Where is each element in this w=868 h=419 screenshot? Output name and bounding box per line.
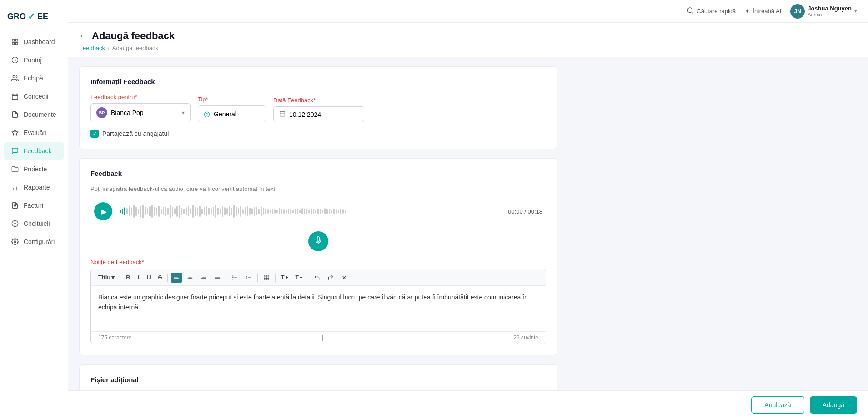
audio-player: ▶ 00:00 / 00:18 <box>90 199 546 224</box>
search-action[interactable]: Căutare rapidă <box>687 7 736 15</box>
sidebar-item-label: Rapoarte <box>24 184 50 191</box>
toolbar-superscript[interactable]: T+ <box>278 273 291 283</box>
toolbar-underline[interactable]: U <box>144 272 153 283</box>
date-value: 10.12.2024 <box>289 111 321 118</box>
sidebar-item-label: Dashboard <box>24 38 55 45</box>
ai-action[interactable]: ✦ Întreabă AI <box>745 8 781 15</box>
user-menu[interactable]: JN Joshua Nguyen Admin ▾ <box>790 4 857 19</box>
toolbar-bold[interactable]: B <box>123 272 133 283</box>
svg-point-48 <box>233 277 233 278</box>
toolbar-separator-2 <box>167 274 168 282</box>
sidebar-item-rapoarte[interactable]: Rapoarte <box>4 179 64 196</box>
avatar: JN <box>790 4 805 19</box>
editor-toolbar: Titlu ▾ B I U S <box>91 269 546 286</box>
share-checkbox[interactable]: ✓ <box>90 130 99 138</box>
sidebar-item-label: Echipă <box>24 75 43 82</box>
audio-time: 00:00 / 00:18 <box>508 208 542 215</box>
svg-rect-0 <box>12 39 15 41</box>
svg-rect-22 <box>280 111 285 116</box>
sidebar-item-configurari[interactable]: Configurări <box>4 233 64 250</box>
breadcrumb-current: Adaugă feedback <box>112 45 158 51</box>
page-title: Adaugă feedback <box>92 30 175 42</box>
toolbar-numbered-list[interactable] <box>243 273 255 283</box>
top-header: Căutare rapidă ✦ Întreabă AI JN Joshua N… <box>68 0 868 23</box>
section-feedback: Feedback Poți înregistra feedback-ul ca … <box>79 158 557 355</box>
mic-container <box>90 231 546 251</box>
toolbar-align-right[interactable] <box>198 273 210 283</box>
svg-point-20 <box>687 8 692 13</box>
sidebar-item-proiecte[interactable]: Proiecte <box>4 160 64 178</box>
toolbar-separator-1 <box>120 274 120 282</box>
share-checkbox-row: ✓ Partajează cu angajatul <box>90 130 546 138</box>
facturi-icon <box>11 201 19 210</box>
sidebar-item-concedii[interactable]: Concedii <box>4 88 64 105</box>
sidebar-item-echipa[interactable]: Echipă <box>4 70 64 87</box>
toolbar-justify[interactable] <box>211 273 223 283</box>
breadcrumb: Feedback / Adaugă feedback <box>79 45 857 51</box>
sidebar-item-label: Proiecte <box>24 165 47 173</box>
field-feedback-for: Feedback pentru* BP Bianca Pop ▾ <box>90 94 191 122</box>
word-count: 29 cuvinte <box>513 334 538 341</box>
select-tip[interactable]: ◎ General <box>198 105 266 122</box>
configurari-icon <box>11 238 19 246</box>
mic-button[interactable] <box>308 231 328 251</box>
svg-rect-2 <box>15 42 18 45</box>
toolbar-subscript[interactable]: T+ <box>292 273 305 283</box>
svg-point-19 <box>14 241 16 243</box>
employee-avatar: BP <box>96 107 107 118</box>
audio-waveform[interactable] <box>118 202 502 220</box>
toolbar-align-center[interactable] <box>184 273 196 283</box>
sidebar-item-evaluari[interactable]: Evaluări <box>4 124 64 141</box>
submit-button[interactable]: Adaugă <box>810 396 857 414</box>
sidebar-item-pontaj[interactable]: Pontaj <box>4 51 64 69</box>
date-picker[interactable]: 10.12.2024 <box>273 106 364 122</box>
toolbar-redo[interactable] <box>325 273 336 283</box>
toolbar-bullet-list[interactable] <box>229 273 241 283</box>
toolbar-separator-4 <box>257 274 258 282</box>
char-count: 175 caractere <box>98 334 131 341</box>
toolbar-table[interactable] <box>261 273 272 283</box>
dashboard-icon <box>11 38 19 46</box>
toolbar-strikethrough[interactable]: S <box>156 272 165 283</box>
svg-line-21 <box>692 12 693 13</box>
sidebar-item-dashboard[interactable]: Dashboard <box>4 33 64 50</box>
play-button[interactable]: ▶ <box>94 202 112 220</box>
sidebar-item-feedback[interactable]: Feedback <box>4 142 64 160</box>
cancel-button[interactable]: Anulează <box>751 396 804 414</box>
ai-label: Întreabă AI <box>753 8 781 15</box>
chevron-icon: ▾ <box>182 110 185 116</box>
breadcrumb-parent[interactable]: Feedback <box>79 45 105 51</box>
action-bar: Anulează Adaugă <box>68 390 868 419</box>
back-button[interactable]: ← <box>79 31 87 41</box>
user-info: Joshua Nguyen Admin <box>808 5 852 17</box>
page-header: ← Adaugă feedback Feedback / Adaugă feed… <box>68 23 868 57</box>
svg-point-49 <box>233 279 233 279</box>
sidebar-item-cheltuieli[interactable]: Cheltuieli <box>4 215 64 232</box>
toolbar-italic[interactable]: I <box>135 272 142 283</box>
form-content: Informații Feedback Feedback pentru* BP … <box>68 57 568 419</box>
form-row-fields: Feedback pentru* BP Bianca Pop ▾ Tip* <box>90 94 546 122</box>
svg-rect-1 <box>15 39 18 41</box>
toolbar-clear-format[interactable] <box>338 273 350 283</box>
editor-footer: 175 caractere | 29 cuvinte <box>91 331 546 344</box>
select-employee[interactable]: BP Bianca Pop ▾ <box>90 103 191 122</box>
logo-text-2: EE <box>37 12 48 21</box>
toolbar-align-left[interactable] <box>171 273 182 283</box>
sidebar-item-documente[interactable]: Documente <box>4 106 64 123</box>
section-title-info: Informații Feedback <box>90 78 546 85</box>
chevron-down-icon: ▾ <box>854 8 857 14</box>
toolbar-separator-5 <box>275 274 276 282</box>
section-title-feedback: Feedback <box>90 170 546 177</box>
editor-body[interactable]: Bianca este un graphic designer foarte p… <box>91 286 546 331</box>
sidebar-item-label: Evaluări <box>24 129 47 136</box>
type-icon: ◎ <box>204 110 210 118</box>
text-editor: Titlu ▾ B I U S <box>90 269 546 344</box>
toolbar-title-btn[interactable]: Titlu ▾ <box>95 272 117 283</box>
dropdown-icon: ▾ <box>111 274 115 281</box>
proiecte-icon <box>11 165 19 173</box>
sidebar-item-facturi[interactable]: Facturi <box>4 197 64 214</box>
toolbar-undo[interactable] <box>311 273 323 283</box>
breadcrumb-separator: / <box>108 45 110 51</box>
cheltuieli-icon <box>11 219 19 228</box>
sidebar-item-label: Configurări <box>24 238 55 245</box>
